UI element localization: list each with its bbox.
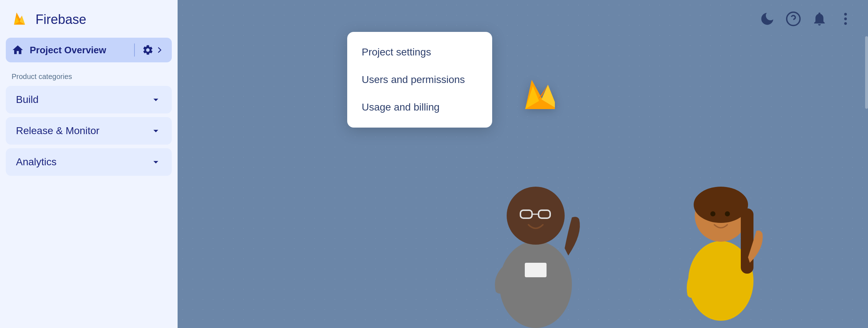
help-icon [785, 11, 801, 27]
svg-rect-14 [741, 208, 753, 274]
main-content: Project settings Users and permissions U… [178, 0, 868, 328]
home-icon [12, 44, 24, 56]
chevron-right-icon [156, 46, 164, 54]
build-section-button[interactable]: Build [6, 86, 172, 113]
svg-rect-10 [525, 263, 547, 277]
notifications-button[interactable] [811, 11, 827, 27]
gear-icon [142, 44, 154, 56]
svg-point-5 [499, 241, 572, 328]
dark-mode-button[interactable] [759, 11, 775, 27]
more-options-button[interactable] [838, 11, 854, 27]
release-monitor-section: Release & Monitor [6, 117, 172, 145]
settings-gear-button[interactable] [140, 43, 166, 57]
project-overview-label: Project Overview [30, 45, 106, 56]
dropdown-menu: Project settings Users and permissions U… [347, 32, 492, 128]
notifications-icon [811, 11, 827, 27]
project-settings-item[interactable]: Project settings [347, 38, 492, 66]
svg-point-15 [710, 211, 715, 216]
scrollbar[interactable] [865, 36, 868, 109]
build-label: Build [16, 94, 38, 105]
character-right [670, 147, 764, 328]
sidebar-header: Firebase [0, 0, 178, 38]
firebase-logo-icon [11, 10, 30, 29]
topbar-icons [759, 11, 854, 27]
character-left [481, 140, 583, 328]
analytics-button[interactable]: Analytics [6, 148, 172, 176]
svg-point-13 [694, 187, 748, 223]
users-permissions-item[interactable]: Users and permissions [347, 66, 492, 94]
app-title: Firebase [36, 12, 86, 27]
project-overview-bar: Project Overview [6, 38, 172, 62]
divider [134, 43, 135, 57]
firebase-flame-decoration [515, 65, 555, 114]
release-monitor-button[interactable]: Release & Monitor [6, 117, 172, 145]
help-button[interactable] [785, 11, 801, 27]
project-overview-left: Project Overview [12, 44, 129, 56]
analytics-section: Analytics [6, 148, 172, 176]
svg-point-6 [507, 187, 565, 245]
dark-mode-icon [759, 11, 775, 27]
release-monitor-label: Release & Monitor [16, 125, 99, 137]
svg-point-16 [725, 211, 730, 216]
analytics-label: Analytics [16, 156, 57, 168]
more-vertical-icon [838, 11, 854, 27]
usage-billing-item[interactable]: Usage and billing [347, 94, 492, 121]
svg-point-2 [844, 13, 847, 16]
svg-point-3 [844, 17, 847, 20]
build-chevron-down-icon [150, 94, 162, 105]
analytics-chevron-down-icon [150, 156, 162, 168]
sidebar: Firebase Project Overview Product catego… [0, 0, 178, 328]
product-categories-label: Product categories [0, 70, 178, 86]
svg-point-4 [844, 22, 847, 25]
release-monitor-chevron-down-icon [150, 125, 162, 137]
build-section: Build [6, 86, 172, 113]
